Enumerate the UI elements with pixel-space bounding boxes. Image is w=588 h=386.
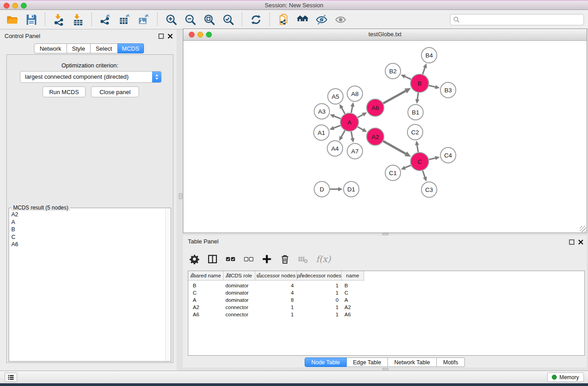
open-folder-button[interactable] <box>4 11 21 28</box>
resize-grip[interactable] <box>580 226 586 232</box>
column-header-predecessor-nodes[interactable]: predecessor nodes <box>297 271 342 280</box>
mcds-result-item[interactable]: A2 <box>9 211 166 219</box>
float-panel-icon[interactable] <box>158 33 164 39</box>
table-cell[interactable]: 8 <box>255 297 297 303</box>
table-cell[interactable]: A2 <box>342 305 364 310</box>
graph-node-C1[interactable]: C1 <box>385 165 401 181</box>
add-button[interactable] <box>262 254 272 264</box>
tab-mcds[interactable]: MCDS <box>118 43 144 53</box>
graph-node-D[interactable]: D <box>314 181 330 197</box>
network-graph[interactable]: B4B2BB3A8A5A6A3B1AA1C2A2A4A7C4CC1C3DD1 <box>183 41 587 233</box>
table-cell[interactable]: 4 <box>255 290 297 295</box>
graph-node-A1[interactable]: A1 <box>314 125 329 140</box>
run-mcds-button[interactable]: Run MCDS <box>43 86 86 97</box>
delete-table-button[interactable] <box>298 254 308 264</box>
graph-node-B4[interactable]: B4 <box>421 48 437 63</box>
table-cell[interactable]: A6 <box>342 312 364 317</box>
network-zoom-button[interactable] <box>206 32 212 38</box>
delete-button[interactable] <box>280 254 290 264</box>
dropdown-stepper-icon[interactable] <box>152 71 161 82</box>
hide-unselected-button[interactable] <box>313 11 330 28</box>
column-header-MCDS-role[interactable]: MCDS role <box>224 271 255 280</box>
table-cell[interactable]: dominator <box>224 297 255 303</box>
mcds-result-item[interactable]: B <box>9 226 166 234</box>
network-canvas[interactable]: B4B2BB3A8A5A6A3B1AA1C2A2A4A7C4CC1C3DD1 <box>183 41 587 233</box>
graph-edge-D-D1[interactable] <box>330 187 343 191</box>
graph-edge-A-A6[interactable] <box>358 112 367 117</box>
graph-edge-C-C3[interactable] <box>423 171 427 181</box>
table-cell[interactable]: C <box>342 290 364 295</box>
mcds-result-item[interactable]: A6 <box>9 241 166 248</box>
graph-node-B1[interactable]: B1 <box>408 105 423 120</box>
criterion-dropdown[interactable]: largest connected component (directed) <box>20 71 162 83</box>
import-table-button[interactable] <box>69 11 86 28</box>
graph-edge-A-A3[interactable] <box>330 114 341 119</box>
tab-network-table[interactable]: Network Table <box>388 357 437 367</box>
graph-node-B3[interactable]: B3 <box>440 82 456 98</box>
graph-edge-B-B2[interactable] <box>401 75 411 79</box>
table-cell[interactable]: connector <box>224 305 255 310</box>
tab-select[interactable]: Select <box>91 43 118 53</box>
table-cell[interactable]: A6 <box>188 312 224 317</box>
search-input[interactable] <box>450 14 584 25</box>
select-all-button[interactable] <box>225 254 236 264</box>
float-panel-icon[interactable] <box>568 238 575 245</box>
graph-edge-A-A8[interactable] <box>350 102 354 113</box>
graph-edge-B-B3[interactable] <box>429 85 440 89</box>
result-scrollbar[interactable] <box>165 209 170 361</box>
graph-edge-C-C2[interactable] <box>415 141 419 152</box>
window-close-button[interactable] <box>4 3 10 9</box>
window-minimize-button[interactable] <box>12 3 18 9</box>
column-header-successor-nodes[interactable]: successor nodes <box>255 271 297 280</box>
graph-node-A[interactable]: A <box>340 113 359 131</box>
table-row[interactable]: Cdominator41C <box>188 289 584 296</box>
graph-edge-C-C4[interactable] <box>429 156 440 160</box>
table-row[interactable]: A6connector11A6 <box>188 311 584 318</box>
graph-node-B2[interactable]: B2 <box>385 63 401 79</box>
graph-node-A2[interactable]: A2 <box>367 128 384 145</box>
table-cell[interactable]: B <box>342 283 364 288</box>
graph-node-B[interactable]: B <box>411 74 429 92</box>
show-eye-button[interactable] <box>332 11 349 28</box>
save-button[interactable] <box>23 11 40 28</box>
graph-edge-A-A4[interactable] <box>339 130 345 141</box>
table-cell[interactable]: 1 <box>297 290 342 295</box>
deselect-all-button[interactable] <box>244 254 254 264</box>
table-cell[interactable]: 0 <box>297 297 342 303</box>
table-row[interactable]: Adominator80A <box>188 296 584 304</box>
graph-edge-A-A5[interactable] <box>339 104 345 114</box>
graph-node-A4[interactable]: A4 <box>327 141 343 156</box>
zoom-selected-button[interactable] <box>220 11 237 28</box>
graph-edge-B-B4[interactable] <box>423 63 427 74</box>
gear-button[interactable] <box>189 254 200 264</box>
graph-node-A7[interactable]: A7 <box>347 143 363 159</box>
graph-node-A8[interactable]: A8 <box>347 86 363 101</box>
table-cell[interactable]: 1 <box>255 312 297 317</box>
graph-node-A3[interactable]: A3 <box>314 104 330 119</box>
refresh-button[interactable] <box>247 11 264 28</box>
graph-edge-A-A2[interactable] <box>358 127 367 132</box>
table-cell[interactable]: A <box>342 297 364 303</box>
mcds-result-item[interactable]: A <box>9 219 166 226</box>
tab-node-table[interactable]: Node Table <box>305 357 347 367</box>
zoom-in-button[interactable] <box>163 11 180 28</box>
graph-node-A6[interactable]: A6 <box>367 99 384 116</box>
zoom-out-button[interactable] <box>182 11 199 28</box>
task-history-button[interactable] <box>5 372 17 382</box>
zoom-fit-button[interactable] <box>201 11 218 28</box>
graph-node-D1[interactable]: D1 <box>344 181 359 197</box>
vertical-scroll-thumb[interactable] <box>179 193 182 199</box>
graph-edge-C-C1[interactable] <box>401 165 411 170</box>
graph-edge-A-A1[interactable] <box>330 125 340 130</box>
export-table-button[interactable] <box>116 11 133 28</box>
mcds-result-item[interactable]: C <box>9 234 166 241</box>
table-cell[interactable]: 1 <box>297 283 342 288</box>
close-panel-icon[interactable] <box>167 33 173 39</box>
table-cell[interactable]: 1 <box>297 305 342 310</box>
graph-edge-A6-B[interactable] <box>383 88 411 104</box>
table-cell[interactable]: 1 <box>297 312 342 317</box>
tab-network[interactable]: Network <box>34 43 67 53</box>
graph-edge-B-B1[interactable] <box>415 93 419 104</box>
table-cell[interactable]: 4 <box>255 283 297 288</box>
new-session-network-button[interactable] <box>275 11 292 28</box>
